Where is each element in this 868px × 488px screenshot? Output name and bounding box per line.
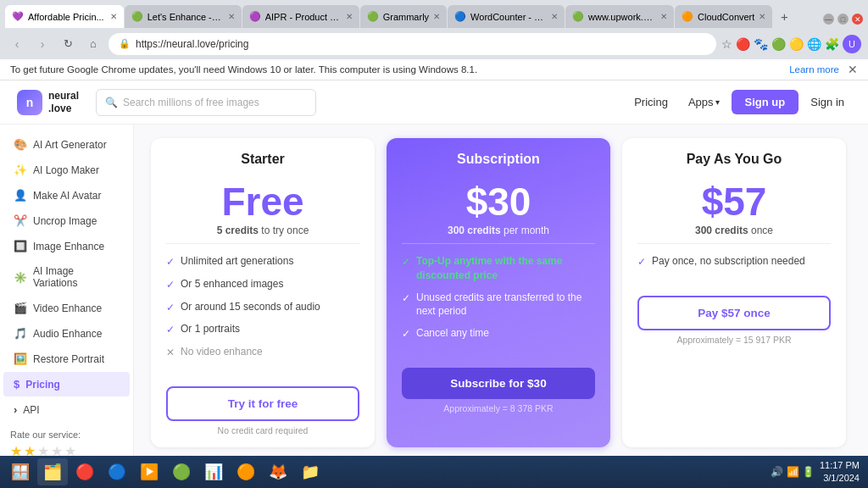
starter-credits-amount: 5 credits xyxy=(217,225,259,236)
restore-icon: 🖼️ xyxy=(14,352,27,365)
tab-close-icon[interactable]: ✕ xyxy=(433,12,440,21)
sidebar-item-image-enhance[interactable]: 🔲 Image Enhance xyxy=(3,234,130,258)
sidebar-item-ai-avatar[interactable]: 👤 Make AI Avatar xyxy=(3,183,130,208)
clock: 11:17 PM 3/1/2024 xyxy=(820,459,860,485)
star-1[interactable]: ★ xyxy=(10,443,22,456)
pricing-nav-link[interactable]: Pricing xyxy=(626,91,676,114)
sidebar-item-ai-art[interactable]: 🎨 AI Art Generator xyxy=(3,132,130,157)
star-2[interactable]: ★ xyxy=(24,443,36,456)
sidebar-item-uncrop[interactable]: ✂️ Uncrop Image xyxy=(3,208,130,233)
star-4[interactable]: ★ xyxy=(51,443,63,456)
start-button[interactable]: 🪟 xyxy=(5,458,36,485)
tab-active[interactable]: 💜 Affordable Pricin... ✕ xyxy=(5,5,124,28)
forward-button[interactable]: › xyxy=(32,34,53,54)
taskbar-item-4[interactable]: ▶️ xyxy=(134,458,164,485)
tab-6[interactable]: 🟢 www.upwork.co... ✕ xyxy=(565,5,674,28)
search-bar[interactable]: 🔍 Search millions of free images xyxy=(96,89,316,116)
feature-item: ✕ No video enhance xyxy=(166,345,359,360)
search-icon: 🔍 xyxy=(105,97,118,108)
tab-3[interactable]: 🟣 AIPR - Product R... ✕ xyxy=(242,5,359,28)
minimize-button[interactable]: — xyxy=(823,14,834,25)
address-input[interactable]: 🔒 https://neural.love/pricing xyxy=(108,33,716,55)
payasyougo-cta-button[interactable]: Pay $57 once xyxy=(637,296,831,330)
subscription-footer: Subscribe for $30 Approximately = 8 378 … xyxy=(387,359,610,425)
back-button[interactable]: ‹ xyxy=(7,34,27,54)
pricing-icon: $ xyxy=(14,378,19,391)
taskbar-item-1[interactable]: 🗂️ xyxy=(37,458,68,485)
tab-2[interactable]: 🟢 Let's Enhance - C... ✕ xyxy=(125,5,242,28)
feature-item: ✓ Cancel any time xyxy=(402,326,595,341)
tab-5[interactable]: 🔵 WordCounter - C... ✕ xyxy=(448,5,565,28)
pricing-grid: Starter Free 5 credits to try once ✓ U xyxy=(151,138,846,447)
bookmark-icon[interactable]: ☆ xyxy=(721,37,732,51)
info-bar-close-icon[interactable]: ✕ xyxy=(848,63,858,76)
taskbar-item-7[interactable]: 🟠 xyxy=(231,458,261,485)
feature-item: ✓ Unused credits are transferred to the … xyxy=(402,291,595,319)
avatar-icon[interactable]: U xyxy=(843,35,861,53)
lock-icon: 🔒 xyxy=(119,38,131,49)
feature-item: ✓ Or 5 enhanced images xyxy=(166,277,359,292)
taskbar-item-3[interactable]: 🔵 xyxy=(102,458,132,485)
tab-4[interactable]: 🟢 Grammarly ✕ xyxy=(360,5,447,28)
sidebar-item-video-enhance[interactable]: 🎬 Video Enhance xyxy=(3,296,130,320)
apps-nav-link[interactable]: Apps ▾ xyxy=(682,91,726,114)
subscription-card: Subscription $30 300 credits per month ✓ xyxy=(387,138,610,447)
tab-close-icon[interactable]: ✕ xyxy=(551,12,558,21)
pricing-content: Starter Free 5 credits to try once ✓ U xyxy=(134,125,868,456)
apps-chevron-icon: ▾ xyxy=(715,97,720,107)
tab-close-icon[interactable]: ✕ xyxy=(228,12,235,21)
star-5[interactable]: ★ xyxy=(64,443,76,456)
tab-close-icon[interactable]: ✕ xyxy=(346,12,353,21)
sidebar-item-restore-portrait[interactable]: 🖼️ Restore Portrait xyxy=(3,347,130,371)
address-bar-row: ‹ › ↻ ⌂ 🔒 https://neural.love/pricing ☆ … xyxy=(0,28,868,59)
maximize-button[interactable]: □ xyxy=(837,14,849,25)
extension3-icon: 🟡 xyxy=(789,37,804,51)
starter-price-section: Free 5 credits to try once xyxy=(151,175,375,243)
header-nav: Pricing Apps ▾ Sign up Sign in xyxy=(626,90,851,114)
extension1-icon: 🐾 xyxy=(754,37,768,51)
sidebar-item-audio-enhance[interactable]: 🎵 Audio Enhance xyxy=(3,321,130,346)
extension2-icon: 🟢 xyxy=(771,37,786,51)
cross-icon: ✕ xyxy=(166,346,175,360)
tab-label: www.upwork.co... xyxy=(588,12,656,22)
starter-cta-button[interactable]: Try it for free xyxy=(166,386,359,421)
tab-close-icon[interactable]: ✕ xyxy=(660,12,667,21)
logo-icon: n xyxy=(17,90,42,115)
payasyougo-price: $57 xyxy=(637,182,831,221)
sidebar-item-pricing[interactable]: $ Pricing xyxy=(3,372,130,396)
info-bar: To get future Google Chrome updates, you… xyxy=(0,59,868,80)
subscription-title: Subscription xyxy=(402,152,595,167)
subscription-features: ✓ Top-Up anytime with the same discounte… xyxy=(387,244,610,359)
reload-button[interactable]: ↻ xyxy=(58,34,78,54)
close-button[interactable]: ✕ xyxy=(852,14,863,25)
sidebar-item-ai-variations[interactable]: ✳️ AI Image Variations xyxy=(3,259,130,295)
tab-7[interactable]: 🟠 CloudConvert ✕ xyxy=(675,5,772,28)
payasyougo-credits: 300 credits once xyxy=(637,225,831,236)
taskbar-item-9[interactable]: 📁 xyxy=(295,458,326,485)
sidebar-item-api[interactable]: › API xyxy=(3,397,130,422)
taskbar-item-2[interactable]: 🔴 xyxy=(70,458,100,485)
new-tab-button[interactable]: + xyxy=(773,5,795,27)
star-3[interactable]: ★ xyxy=(37,443,49,456)
subscription-cta-button[interactable]: Subscribe for $30 xyxy=(402,368,595,399)
tab-close-icon[interactable]: ✕ xyxy=(759,12,765,21)
tab-close-icon[interactable]: ✕ xyxy=(110,12,117,21)
signin-link[interactable]: Sign in xyxy=(804,91,851,114)
video-enhance-icon: 🎬 xyxy=(14,302,27,314)
subscription-credits-amount: 300 credits xyxy=(448,225,501,236)
signup-button[interactable]: Sign up xyxy=(732,90,799,114)
logo[interactable]: n neural .love xyxy=(17,90,79,115)
payasyougo-card-header: Pay As You Go xyxy=(622,138,846,175)
learn-more-link[interactable]: Learn more xyxy=(789,64,839,75)
subscription-card-header: Subscription xyxy=(387,138,610,175)
taskbar-item-6[interactable]: 📊 xyxy=(198,458,229,485)
info-bar-text: To get future Google Chrome updates, you… xyxy=(10,64,477,75)
logo-text: neural .love xyxy=(48,90,79,114)
sidebar-item-ai-logo[interactable]: ✨ AI Logo Maker xyxy=(3,158,130,182)
home-button[interactable]: ⌂ xyxy=(83,34,103,54)
feature-item: ✓ Or 1 portraits xyxy=(166,322,359,337)
taskbar-item-8[interactable]: 🦊 xyxy=(263,458,293,485)
taskbar-item-5[interactable]: 🟢 xyxy=(166,458,197,485)
site-header: n neural .love 🔍 Search millions of free… xyxy=(0,80,868,125)
check-icon: ✓ xyxy=(166,278,175,292)
